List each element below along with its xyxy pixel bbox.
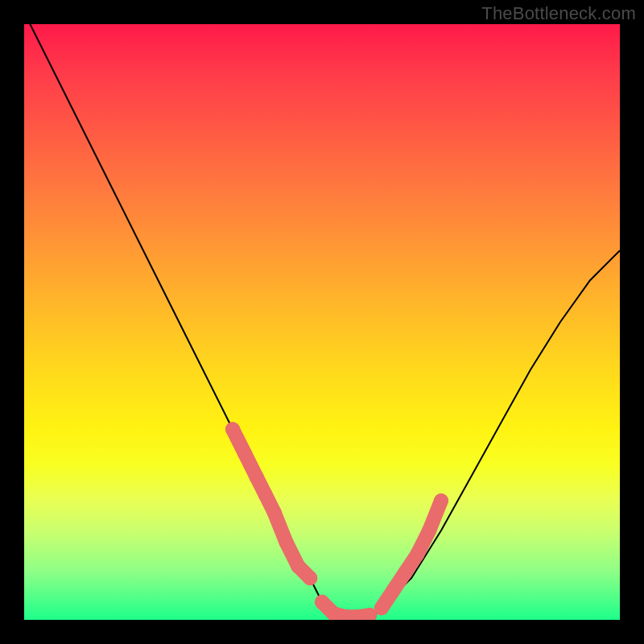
watermark-text: TheBottleneck.com (481, 3, 636, 24)
plot-frame (0, 0, 644, 644)
